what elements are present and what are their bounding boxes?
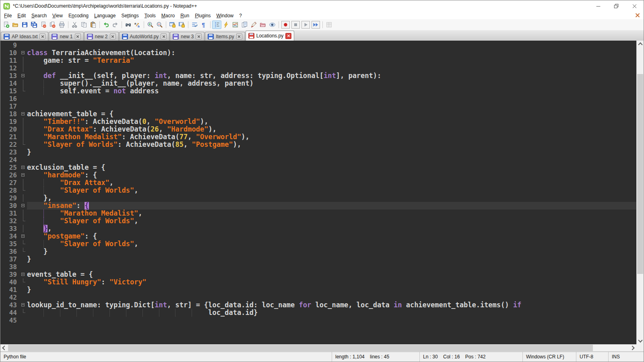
function-list-icon[interactable] [249,21,258,29]
code-line-38[interactable]: 38 [0,263,636,271]
open-file-icon[interactable] [11,21,20,29]
menu-edit[interactable]: Edit [14,12,29,19]
line-number[interactable]: 15 [0,87,21,95]
code-line-29[interactable]: 29 }, [0,194,636,202]
macro-save-icon[interactable] [324,21,334,29]
line-number[interactable]: 44 [0,309,21,317]
code-line-35[interactable]: 35 "Slayer of Worlds", [0,240,636,248]
menu-language[interactable]: Language [91,12,118,19]
code-line-19[interactable]: 19 "Timber!!": AchieveData(0, "Overworld… [0,118,636,125]
close-file-icon[interactable] [39,21,48,29]
code-line-28[interactable]: 28 "Slayer of Worlds", [0,187,636,194]
line-number[interactable]: 14 [0,80,21,87]
code-line-16[interactable]: 16 [0,95,636,103]
line-number[interactable]: 25 [0,164,21,171]
macro-record-icon[interactable] [281,21,290,29]
code-line-12[interactable]: 12 [0,64,636,72]
fold-collapse-icon[interactable] [21,49,27,57]
line-number[interactable]: 36 [0,248,21,255]
code-line-27[interactable]: 27 "Drax Attax", [0,179,636,187]
menu-macro[interactable]: Macro [159,12,178,19]
close-document-x-icon[interactable] [635,12,640,18]
line-number[interactable]: 32 [0,217,21,225]
zoom-in-icon[interactable] [146,21,155,29]
code-line-21[interactable]: 21 "Marathon Medalist": AchieveData(77, … [0,133,636,141]
line-number[interactable]: 42 [0,294,21,301]
zoom-out-icon[interactable] [155,21,164,29]
line-number[interactable]: 18 [0,110,21,118]
vertical-scroll-thumb[interactable] [637,74,643,274]
line-number[interactable]: 19 [0,118,21,125]
vertical-scroll-track[interactable] [637,47,644,337]
code-line-22[interactable]: 22 "Slayer of Worlds": AchieveData(85, "… [0,141,636,148]
line-number[interactable]: 9 [0,41,21,49]
line-number[interactable]: 13 [0,72,21,80]
code-line-18[interactable]: 18achievement_table = { [0,110,636,118]
paste-icon[interactable] [89,21,98,29]
tab-autoworld-py[interactable]: AutoWorld.py [119,32,170,41]
vertical-scrollbar[interactable] [636,41,644,344]
code-line-13[interactable]: 13 def __init__(self, player: int, name:… [0,72,636,80]
redo-icon[interactable] [111,21,120,29]
tab-new-3[interactable]: new 3 [170,32,204,41]
code-line-14[interactable]: 14 super().__init__(player, name, addres… [0,80,636,87]
tab-close-icon[interactable] [39,33,45,39]
cut-icon[interactable] [70,21,79,29]
code-line-37[interactable]: 37} [0,255,636,263]
code-line-45[interactable]: 45 [0,317,636,324]
fold-collapse-icon[interactable] [21,72,27,80]
document-map-icon[interactable] [231,21,240,29]
scroll-up-arrow[interactable] [637,41,644,47]
line-number[interactable]: 27 [0,179,21,187]
close-button[interactable] [625,0,644,12]
code-line-24[interactable]: 24 [0,156,636,164]
line-number[interactable]: 33 [0,225,21,232]
line-number[interactable]: 11 [0,57,21,64]
code-line-44[interactable]: 44 loc_data.id} [0,309,636,317]
line-number[interactable]: 38 [0,263,21,271]
fold-collapse-icon[interactable] [21,202,27,210]
sync-vertical-scroll-icon[interactable] [168,21,177,29]
show-indent-guide-icon[interactable] [212,21,221,29]
menu-search[interactable]: Search [29,12,50,19]
fold-collapse-icon[interactable] [21,110,27,118]
code-line-10[interactable]: 10class TerrariaAchievement(Location): [0,49,636,57]
restore-button[interactable] [607,0,625,12]
folder-as-workspace-icon[interactable] [258,21,268,29]
tab-close-icon[interactable] [161,33,167,39]
code-line-39[interactable]: 39events_table = { [0,271,636,278]
tab-close-icon[interactable] [196,33,202,39]
editor[interactable]: 910class TerrariaAchievement(Location):1… [0,41,636,344]
line-number[interactable]: 40 [0,278,21,286]
minimize-button[interactable] [589,0,607,12]
menu-file[interactable]: File [1,12,14,19]
undo-icon[interactable] [101,21,111,29]
line-number[interactable]: 28 [0,187,21,194]
code-line-30[interactable]: 30 "insane": { [0,202,636,210]
macro-playback-icon[interactable] [301,21,310,29]
tab-new-1[interactable]: new 1 [49,32,83,41]
document-switcher-icon[interactable] [240,21,249,29]
save-all-icon[interactable] [29,21,39,29]
code-line-31[interactable]: 31 "Marathon Medalist", [0,210,636,217]
horizontal-scroll-track[interactable] [7,344,630,352]
code-line-23[interactable]: 23} [0,148,636,156]
tab-close-icon[interactable] [75,33,81,39]
sync-horizontal-scroll-icon[interactable] [177,21,186,29]
scroll-right-arrow[interactable] [630,344,636,352]
code-line-11[interactable]: 11 game: str = "Terraria" [0,57,636,64]
line-number[interactable]: 10 [0,49,21,57]
line-number[interactable]: 26 [0,171,21,179]
line-number[interactable]: 30 [0,202,21,210]
menu-window[interactable]: Window [214,12,237,19]
line-number[interactable]: 21 [0,133,21,141]
line-number[interactable]: 16 [0,95,21,103]
code-line-32[interactable]: 32 "Slayer of Worlds", [0,217,636,225]
monitoring-icon[interactable] [268,21,277,29]
code-line-34[interactable]: 34 "postgame": { [0,232,636,240]
code-line-15[interactable]: 15 self.event = not address [0,87,636,95]
horizontal-scrollbar[interactable] [0,344,644,352]
line-number[interactable]: 45 [0,317,21,324]
line-number[interactable]: 12 [0,64,21,72]
tab-close-icon[interactable] [285,33,291,39]
